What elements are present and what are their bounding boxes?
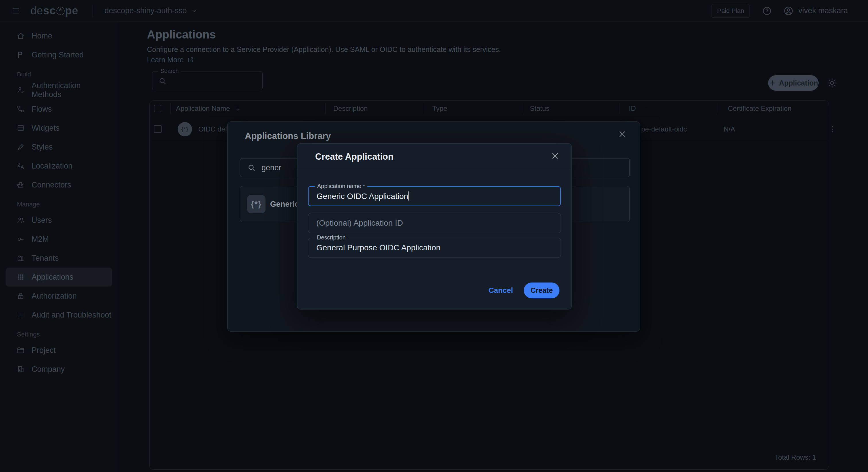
sidebar-item-label: Applications <box>32 273 73 282</box>
select-all-checkbox[interactable] <box>154 105 161 112</box>
gear-icon[interactable] <box>827 78 838 88</box>
create-application-dialog: Create Application Application name * Ge… <box>297 143 572 309</box>
sidebar-item-label: Flows <box>32 105 52 114</box>
description-label: Description <box>315 234 348 241</box>
column-label: Application Name <box>176 105 230 113</box>
page-description: Configure a connection to a Service Prov… <box>147 46 501 54</box>
sidebar-item-company[interactable]: Company <box>6 360 112 379</box>
column-application-name[interactable]: Application Name <box>176 101 241 116</box>
topbar: desc*pe descope-shiny-auth-sso Paid Plan… <box>0 0 868 22</box>
applications-search-input[interactable]: Search <box>152 71 262 90</box>
user-menu[interactable]: vivek maskara <box>783 6 848 16</box>
page-title: Applications <box>147 28 216 41</box>
divider <box>170 103 171 114</box>
plus-icon <box>769 79 776 87</box>
folder-icon <box>17 346 25 354</box>
user-avatar-icon <box>783 6 794 16</box>
divider <box>522 103 522 114</box>
column-description: Description <box>333 101 368 116</box>
divider <box>423 103 423 114</box>
sidebar-item-label: Styles <box>32 143 53 152</box>
project-selector[interactable]: descope-shiny-auth-sso <box>104 6 198 15</box>
create-button[interactable]: Create <box>524 283 559 298</box>
hamburger-menu-icon[interactable] <box>11 7 20 15</box>
column-type: Type <box>432 101 447 116</box>
sidebar-item-m2m[interactable]: M2M <box>6 230 112 248</box>
learn-more-link[interactable]: Learn More <box>147 56 194 64</box>
table-header: Application Name Description Type Status… <box>150 101 829 116</box>
logo-text: sc <box>43 5 56 17</box>
descope-logo: desc*pe <box>30 5 79 17</box>
help-icon[interactable] <box>762 6 772 16</box>
library-search-value: gener <box>261 164 281 172</box>
external-link-icon <box>187 57 194 63</box>
project-name: descope-shiny-auth-sso <box>104 6 187 15</box>
application-name-label: Application name * <box>315 183 367 189</box>
total-rows: Total Rows: 1 <box>775 453 816 461</box>
sidebar: Home Getting Started Build Authenticatio… <box>0 22 118 472</box>
sidebar-item-label: Project <box>32 346 56 355</box>
sort-down-icon[interactable] <box>235 105 241 112</box>
sidebar-item-localization[interactable]: Localization <box>6 156 112 175</box>
brush-icon <box>17 143 25 151</box>
application-id-placeholder: (Optional) Application ID <box>316 218 403 228</box>
library-modal-title: Applications Library <box>245 131 331 141</box>
column-certificate-expiration: Certificate Expiration <box>728 101 792 116</box>
divider <box>325 103 326 114</box>
application-id-field[interactable]: (Optional) Application ID <box>308 213 561 233</box>
row-kebab-menu-icon[interactable] <box>827 124 838 135</box>
sidebar-item-audit-and-troubleshoot[interactable]: Audit and Troubleshoot <box>6 305 112 324</box>
cell-certificate-expiration: N/A <box>724 116 735 142</box>
sidebar-item-tenants[interactable]: Tenants <box>6 248 112 268</box>
application-name-value: Generic OIDC Application <box>317 191 409 201</box>
chevron-down-icon <box>191 7 198 14</box>
sidebar-item-label: Getting Started <box>32 51 84 59</box>
sidebar-item-label: Connectors <box>32 181 71 189</box>
sidebar-item-label: Tenants <box>32 254 59 263</box>
widgets-icon <box>17 124 25 132</box>
sidebar-item-home[interactable]: Home <box>6 26 112 46</box>
logo-text: de <box>30 5 43 17</box>
users-icon <box>17 216 25 224</box>
cancel-button[interactable]: Cancel <box>489 286 513 295</box>
sidebar-item-applications[interactable]: Applications <box>6 268 112 287</box>
sidebar-item-widgets[interactable]: Widgets <box>6 119 112 138</box>
search-icon <box>158 77 167 85</box>
sidebar-item-styles[interactable]: Styles <box>6 138 112 156</box>
sidebar-item-getting-started[interactable]: Getting Started <box>6 46 112 64</box>
sidebar-item-authorization[interactable]: Authorization <box>6 287 112 305</box>
close-icon[interactable] <box>550 151 560 161</box>
sidebar-item-label: Localization <box>32 161 73 171</box>
close-icon[interactable] <box>617 129 627 139</box>
column-id: ID <box>629 101 636 116</box>
sidebar-item-label: Company <box>32 365 65 374</box>
sidebar-section-manage: Manage <box>0 198 118 211</box>
puzzle-icon <box>17 181 25 189</box>
oidc-app-icon: {*} <box>247 195 266 213</box>
application-name-field[interactable]: Application name * Generic OIDC Applicat… <box>308 186 561 206</box>
user-check-icon <box>17 86 25 94</box>
flow-icon <box>17 105 25 113</box>
divider <box>92 5 92 17</box>
sidebar-item-label: Authorization <box>32 292 77 301</box>
key-icon <box>17 235 25 243</box>
sidebar-item-users[interactable]: Users <box>6 211 112 230</box>
plan-badge[interactable]: Paid Plan <box>712 4 749 18</box>
search-label: Search <box>158 68 181 75</box>
sidebar-item-connectors[interactable]: Connectors <box>6 175 112 195</box>
add-application-button[interactable]: Application <box>768 75 818 91</box>
sidebar-item-authentication-methods[interactable]: Authentication Methods <box>6 81 112 99</box>
translate-icon <box>17 162 25 170</box>
dialog-actions: Cancel Create <box>489 283 559 298</box>
sidebar-item-flows[interactable]: Flows <box>6 99 112 119</box>
sidebar-item-project[interactable]: Project <box>6 341 112 360</box>
buildings-icon <box>17 254 25 262</box>
logo-text: pe <box>65 5 79 17</box>
building-icon <box>17 365 25 373</box>
text-cursor <box>408 191 409 201</box>
dialog-title: Create Application <box>315 152 394 162</box>
description-field[interactable]: Description General Purpose OIDC Applica… <box>308 238 561 258</box>
sidebar-section-settings: Settings <box>0 328 118 341</box>
home-icon <box>17 32 25 40</box>
row-checkbox[interactable] <box>154 125 162 133</box>
